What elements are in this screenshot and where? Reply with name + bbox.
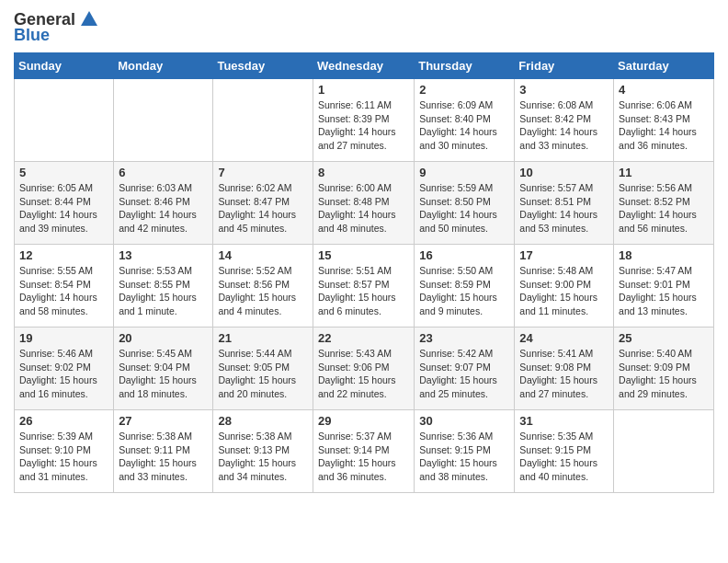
- dow-header-thursday: Thursday: [415, 53, 515, 79]
- calendar-cell-w4-d3: 29Sunrise: 5:37 AM Sunset: 9:14 PM Dayli…: [313, 410, 414, 493]
- day-number: 4: [619, 83, 709, 97]
- day-number: 19: [19, 331, 108, 345]
- day-number: 20: [119, 331, 208, 345]
- day-info: Sunrise: 5:50 AM Sunset: 8:59 PM Dayligh…: [419, 264, 509, 318]
- calendar-cell-w4-d0: 26Sunrise: 5:39 AM Sunset: 9:10 PM Dayli…: [15, 410, 114, 493]
- day-number: 12: [19, 248, 108, 262]
- calendar-cell-w2-d4: 16Sunrise: 5:50 AM Sunset: 8:59 PM Dayli…: [415, 245, 515, 327]
- calendar-cell-w2-d0: 12Sunrise: 5:55 AM Sunset: 8:54 PM Dayli…: [15, 245, 114, 327]
- day-number: 26: [19, 414, 108, 428]
- day-number: 16: [419, 248, 509, 262]
- calendar-cell-w1-d3: 8Sunrise: 6:00 AM Sunset: 8:48 PM Daylig…: [313, 162, 414, 245]
- dow-header-friday: Friday: [515, 53, 614, 79]
- svg-marker-0: [81, 11, 97, 26]
- day-info: Sunrise: 5:59 AM Sunset: 8:50 PM Dayligh…: [419, 181, 509, 236]
- day-number: 17: [519, 248, 609, 262]
- day-info: Sunrise: 6:03 AM Sunset: 8:46 PM Dayligh…: [119, 181, 208, 236]
- calendar-cell-w2-d2: 14Sunrise: 5:52 AM Sunset: 8:56 PM Dayli…: [213, 245, 313, 327]
- day-info: Sunrise: 6:05 AM Sunset: 8:44 PM Dayligh…: [19, 181, 108, 236]
- calendar-table: SundayMondayTuesdayWednesdayThursdayFrid…: [14, 52, 714, 493]
- calendar-cell-w2-d1: 13Sunrise: 5:53 AM Sunset: 8:55 PM Dayli…: [114, 245, 213, 327]
- logo-icon: [79, 9, 99, 29]
- day-number: 24: [519, 331, 609, 345]
- day-info: Sunrise: 6:11 AM Sunset: 8:39 PM Dayligh…: [318, 98, 409, 153]
- calendar-cell-w1-d6: 11Sunrise: 5:56 AM Sunset: 8:52 PM Dayli…: [614, 162, 714, 245]
- day-info: Sunrise: 5:42 AM Sunset: 9:07 PM Dayligh…: [419, 347, 509, 401]
- calendar-cell-w4-d1: 27Sunrise: 5:38 AM Sunset: 9:11 PM Dayli…: [114, 410, 213, 493]
- day-number: 10: [519, 166, 609, 179]
- calendar-cell-w0-d5: 3Sunrise: 6:08 AM Sunset: 8:42 PM Daylig…: [515, 79, 614, 162]
- day-info: Sunrise: 6:02 AM Sunset: 8:47 PM Dayligh…: [218, 181, 308, 236]
- day-info: Sunrise: 5:38 AM Sunset: 9:11 PM Dayligh…: [119, 430, 208, 484]
- day-number: 31: [519, 414, 609, 428]
- day-info: Sunrise: 5:47 AM Sunset: 9:01 PM Dayligh…: [619, 264, 709, 318]
- day-number: 8: [318, 166, 409, 179]
- day-info: Sunrise: 5:39 AM Sunset: 9:10 PM Dayligh…: [19, 430, 108, 484]
- day-info: Sunrise: 5:53 AM Sunset: 8:55 PM Dayligh…: [119, 264, 208, 318]
- day-info: Sunrise: 5:44 AM Sunset: 9:05 PM Dayligh…: [218, 347, 308, 401]
- day-number: 29: [318, 414, 409, 428]
- calendar-cell-w0-d3: 1Sunrise: 6:11 AM Sunset: 8:39 PM Daylig…: [313, 79, 414, 162]
- day-info: Sunrise: 6:09 AM Sunset: 8:40 PM Dayligh…: [419, 98, 509, 153]
- calendar-cell-w1-d1: 6Sunrise: 6:03 AM Sunset: 8:46 PM Daylig…: [114, 162, 213, 245]
- day-number: 2: [419, 83, 509, 97]
- day-number: 30: [419, 414, 509, 428]
- dow-header-wednesday: Wednesday: [313, 53, 414, 79]
- day-number: 21: [218, 331, 308, 345]
- day-number: 25: [619, 331, 709, 345]
- day-info: Sunrise: 5:41 AM Sunset: 9:08 PM Dayligh…: [519, 347, 609, 401]
- calendar-cell-w3-d3: 22Sunrise: 5:43 AM Sunset: 9:06 PM Dayli…: [313, 327, 414, 410]
- calendar-cell-w3-d2: 21Sunrise: 5:44 AM Sunset: 9:05 PM Dayli…: [213, 327, 313, 410]
- day-info: Sunrise: 5:40 AM Sunset: 9:09 PM Dayligh…: [619, 347, 709, 401]
- calendar-cell-w2-d5: 17Sunrise: 5:48 AM Sunset: 9:00 PM Dayli…: [515, 245, 614, 327]
- calendar-cell-w4-d5: 31Sunrise: 5:35 AM Sunset: 9:15 PM Dayli…: [515, 410, 614, 493]
- day-info: Sunrise: 5:35 AM Sunset: 9:15 PM Dayligh…: [519, 430, 609, 484]
- calendar-cell-w3-d5: 24Sunrise: 5:41 AM Sunset: 9:08 PM Dayli…: [515, 327, 614, 410]
- day-info: Sunrise: 5:57 AM Sunset: 8:51 PM Dayligh…: [519, 181, 609, 236]
- calendar-cell-w3-d4: 23Sunrise: 5:42 AM Sunset: 9:07 PM Dayli…: [415, 327, 515, 410]
- day-info: Sunrise: 6:06 AM Sunset: 8:43 PM Dayligh…: [619, 98, 709, 153]
- day-number: 5: [19, 166, 108, 179]
- calendar-cell-w1-d2: 7Sunrise: 6:02 AM Sunset: 8:47 PM Daylig…: [213, 162, 313, 245]
- day-number: 22: [318, 331, 409, 345]
- day-number: 3: [519, 83, 609, 97]
- calendar-cell-w4-d2: 28Sunrise: 5:38 AM Sunset: 9:13 PM Dayli…: [213, 410, 313, 493]
- day-number: 7: [218, 166, 308, 179]
- day-number: 27: [119, 414, 208, 428]
- calendar-cell-w3-d0: 19Sunrise: 5:46 AM Sunset: 9:02 PM Dayli…: [15, 327, 114, 410]
- dow-header-tuesday: Tuesday: [213, 53, 313, 79]
- day-number: 23: [419, 331, 509, 345]
- calendar-cell-w0-d1: [114, 79, 213, 162]
- day-info: Sunrise: 6:00 AM Sunset: 8:48 PM Dayligh…: [318, 181, 409, 236]
- calendar-cell-w0-d4: 2Sunrise: 6:09 AM Sunset: 8:40 PM Daylig…: [415, 79, 515, 162]
- calendar-cell-w0-d2: [213, 79, 313, 162]
- dow-header-saturday: Saturday: [614, 53, 714, 79]
- calendar-cell-w0-d6: 4Sunrise: 6:06 AM Sunset: 8:43 PM Daylig…: [614, 79, 714, 162]
- dow-header-monday: Monday: [114, 53, 213, 79]
- day-number: 14: [218, 248, 308, 262]
- calendar-cell-w2-d3: 15Sunrise: 5:51 AM Sunset: 8:57 PM Dayli…: [313, 245, 414, 327]
- day-info: Sunrise: 6:08 AM Sunset: 8:42 PM Dayligh…: [519, 98, 609, 153]
- day-number: 18: [619, 248, 709, 262]
- day-info: Sunrise: 5:38 AM Sunset: 9:13 PM Dayligh…: [218, 430, 308, 484]
- day-number: 6: [119, 166, 208, 179]
- day-number: 9: [419, 166, 509, 179]
- day-number: 11: [619, 166, 709, 179]
- calendar-cell-w2-d6: 18Sunrise: 5:47 AM Sunset: 9:01 PM Dayli…: [614, 245, 714, 327]
- header: General Blue: [14, 9, 714, 45]
- day-info: Sunrise: 5:43 AM Sunset: 9:06 PM Dayligh…: [318, 347, 409, 401]
- calendar-cell-w3-d1: 20Sunrise: 5:45 AM Sunset: 9:04 PM Dayli…: [114, 327, 213, 410]
- day-info: Sunrise: 5:46 AM Sunset: 9:02 PM Dayligh…: [19, 347, 108, 401]
- logo-blue-text: Blue: [14, 26, 50, 45]
- calendar-cell-w1-d4: 9Sunrise: 5:59 AM Sunset: 8:50 PM Daylig…: [415, 162, 515, 245]
- day-number: 13: [119, 248, 208, 262]
- calendar-cell-w3-d6: 25Sunrise: 5:40 AM Sunset: 9:09 PM Dayli…: [614, 327, 714, 410]
- day-info: Sunrise: 5:37 AM Sunset: 9:14 PM Dayligh…: [318, 430, 409, 484]
- day-info: Sunrise: 5:36 AM Sunset: 9:15 PM Dayligh…: [419, 430, 509, 484]
- day-info: Sunrise: 5:52 AM Sunset: 8:56 PM Dayligh…: [218, 264, 308, 318]
- day-number: 1: [318, 83, 409, 97]
- calendar-cell-w1-d5: 10Sunrise: 5:57 AM Sunset: 8:51 PM Dayli…: [515, 162, 614, 245]
- calendar-cell-w0-d0: [15, 79, 114, 162]
- calendar-cell-w4-d4: 30Sunrise: 5:36 AM Sunset: 9:15 PM Dayli…: [415, 410, 515, 493]
- day-number: 15: [318, 248, 409, 262]
